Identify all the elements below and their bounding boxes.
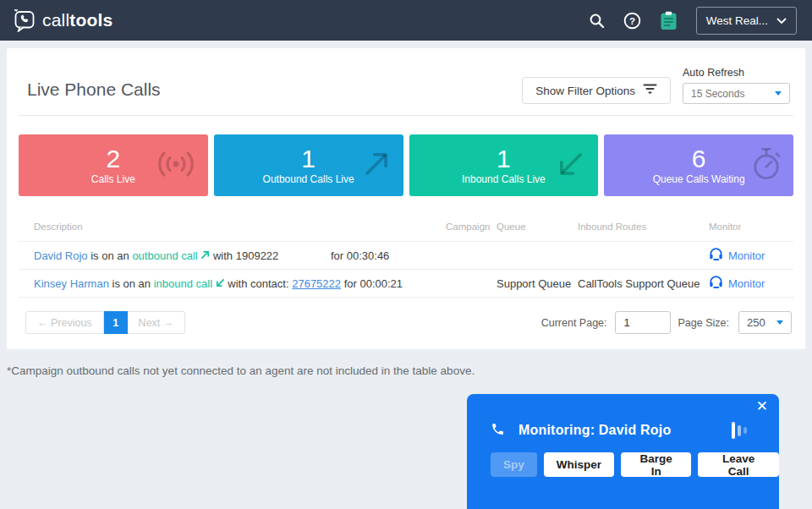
caret-down-icon xyxy=(775,91,782,96)
call-type-label: outbound call xyxy=(132,249,197,262)
col-campaign: Campaign xyxy=(446,218,497,242)
caret-down-icon xyxy=(776,320,783,325)
top-navbar: calltools ? West Real... xyxy=(0,0,812,41)
current-page-input[interactable] xyxy=(615,311,671,334)
headset-icon xyxy=(709,275,723,292)
stat-value: 6 xyxy=(692,145,706,172)
account-dropdown-label: West Real... xyxy=(706,14,768,27)
auto-refresh-label: Auto Refresh xyxy=(683,67,790,79)
stat-value: 1 xyxy=(301,145,315,172)
monitor-link-label: Monitor xyxy=(728,277,765,290)
calltools-logo[interactable]: calltools xyxy=(12,8,112,33)
live-calls-panel: Live Phone Calls Show Filter Options Aut… xyxy=(7,48,805,349)
agent-link[interactable]: David Rojo xyxy=(34,249,88,262)
agent-link[interactable]: Kinsey Harman xyxy=(34,277,109,290)
stat-inbound-calls-live[interactable]: 1 Inbound Calls Live xyxy=(409,134,599,196)
pager-buttons: ← Previous 1 Next → xyxy=(25,311,185,334)
stat-label: Inbound Calls Live xyxy=(462,173,546,185)
inbound-routes-cell: CallTools Support Queue xyxy=(578,270,709,298)
description-text: with contact: xyxy=(228,277,288,290)
live-calls-table: Description Campaign Queue Inbound Route… xyxy=(19,218,793,298)
description-text: with 1909222 xyxy=(213,249,278,262)
queue-cell: Support Queue xyxy=(497,270,578,298)
header-divider xyxy=(19,115,793,116)
auto-refresh-select[interactable]: 15 Seconds xyxy=(683,83,790,104)
arrow-down-left-icon xyxy=(554,147,588,184)
clipboard-icon[interactable] xyxy=(660,11,678,30)
stat-value: 1 xyxy=(497,145,511,172)
arrow-up-right-icon xyxy=(359,147,393,184)
pagination-row: ← Previous 1 Next → Current Page: Page S… xyxy=(19,311,793,339)
outbound-arrow-icon xyxy=(200,249,213,262)
monitor-link[interactable]: Monitor xyxy=(709,275,793,292)
campaign-cell xyxy=(446,242,497,270)
stat-value: 2 xyxy=(107,145,121,172)
call-type-label: inbound call xyxy=(154,277,212,290)
page-size-value: 250 xyxy=(747,316,765,329)
monitor-actions: Spy Whisper Barge In Leave Call xyxy=(467,440,779,477)
live-signal-icon xyxy=(154,148,198,183)
previous-page-button[interactable]: ← Previous xyxy=(25,311,104,334)
current-page-button[interactable]: 1 xyxy=(104,311,128,334)
search-icon[interactable] xyxy=(589,13,605,29)
close-icon[interactable]: ✕ xyxy=(756,399,768,413)
monitoring-title: Monitoring: David Rojo xyxy=(518,423,671,438)
page-size-select[interactable]: 250 xyxy=(738,311,792,334)
contact-link[interactable]: 27675222 xyxy=(292,277,341,290)
col-description: Description xyxy=(19,218,446,242)
stat-label: Outbound Calls Live xyxy=(263,173,354,185)
phone-icon xyxy=(491,422,505,440)
call-duration: for 00:00:21 xyxy=(344,277,403,290)
description-text: is on an xyxy=(112,277,151,290)
col-queue: Queue xyxy=(497,218,578,242)
barge-in-button[interactable]: Barge In xyxy=(621,452,691,477)
chevron-down-icon xyxy=(776,14,787,27)
col-inbound-routes: Inbound Routes xyxy=(578,218,709,242)
show-filter-options-button[interactable]: Show Filter Options xyxy=(522,77,671,104)
logo-wordmark: calltools xyxy=(42,10,112,30)
campaign-footnote: *Campaign outbound calls not yet connect… xyxy=(7,364,812,377)
audio-level-icon xyxy=(732,421,747,440)
call-description: David Rojo is on an outbound call with 1… xyxy=(19,242,446,270)
stat-calls-live[interactable]: 2 Calls Live xyxy=(19,134,208,196)
table-row: David Rojo is on an outbound call with 1… xyxy=(19,242,793,270)
page-size-label: Page Size: xyxy=(678,317,729,329)
leave-call-button[interactable]: Leave Call xyxy=(698,452,779,477)
stats-row: 2 Calls Live 1 Outbound Calls Live xyxy=(19,134,793,196)
help-icon[interactable]: ? xyxy=(623,12,641,30)
stopwatch-icon xyxy=(749,146,783,185)
stat-label: Queue Calls Waiting xyxy=(653,173,745,185)
monitoring-popup: ✕ Monitoring: David Rojo Spy Whisper Bar… xyxy=(467,394,779,509)
stat-outbound-calls-live[interactable]: 1 Outbound Calls Live xyxy=(214,134,403,196)
stat-label: Calls Live xyxy=(91,173,135,185)
campaign-cell xyxy=(446,270,497,298)
call-description: Kinsey Harman is on an inbound call with… xyxy=(19,270,446,298)
inbound-routes-cell xyxy=(578,242,709,270)
current-page-label: Current Page: xyxy=(541,317,607,329)
page-title: Live Phone Calls xyxy=(27,79,161,100)
stat-queue-calls-waiting[interactable]: 6 Queue Calls Waiting xyxy=(604,134,793,196)
monitor-link-label: Monitor xyxy=(728,249,765,262)
svg-text:?: ? xyxy=(629,15,635,25)
navbar-actions: ? West Real... xyxy=(589,7,797,35)
auto-refresh-control: Auto Refresh 15 Seconds xyxy=(683,67,790,104)
next-page-button[interactable]: Next → xyxy=(128,311,186,334)
account-dropdown[interactable]: West Real... xyxy=(696,7,797,35)
call-duration: for 00:30:46 xyxy=(331,249,389,262)
inbound-arrow-icon xyxy=(216,277,228,290)
spy-button[interactable]: Spy xyxy=(491,452,537,477)
monitor-link[interactable]: Monitor xyxy=(709,247,793,264)
calltools-phone-bubble-icon xyxy=(12,8,37,33)
filter-icon xyxy=(643,84,657,97)
filter-button-label: Show Filter Options xyxy=(535,85,635,97)
table-header-row: Description Campaign Queue Inbound Route… xyxy=(19,218,793,242)
queue-cell xyxy=(497,242,578,270)
headset-icon xyxy=(709,247,723,264)
table-row: Kinsey Harman is on an inbound call with… xyxy=(19,270,793,298)
col-monitor: Monitor xyxy=(709,218,793,242)
description-text: is on an xyxy=(91,249,129,262)
auto-refresh-value: 15 Seconds xyxy=(691,88,744,100)
whisper-button[interactable]: Whisper xyxy=(544,452,614,477)
